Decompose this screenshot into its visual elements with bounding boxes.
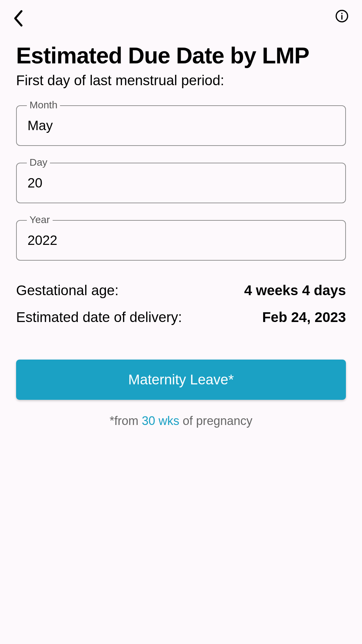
month-input[interactable] xyxy=(16,105,346,146)
year-label: Year xyxy=(27,214,53,225)
content: Estimated Due Date by LMP First day of l… xyxy=(0,42,362,428)
page-title: Estimated Due Date by LMP xyxy=(16,42,346,68)
month-label: Month xyxy=(27,99,60,111)
footnote-prefix: *from xyxy=(110,414,142,428)
day-field-group: Day xyxy=(16,163,346,203)
edd-label: Estimated date of delivery: xyxy=(16,309,182,325)
results: Gestational age: 4 weeks 4 days Estimate… xyxy=(16,282,346,325)
month-field-group: Month xyxy=(16,105,346,146)
gestational-age-row: Gestational age: 4 weeks 4 days xyxy=(16,282,346,299)
subtitle: First day of last menstrual period: xyxy=(16,72,346,89)
footnote: *from 30 wks of pregnancy xyxy=(16,414,346,428)
footnote-highlight[interactable]: 30 wks xyxy=(142,414,179,428)
year-field-group: Year xyxy=(16,220,346,261)
svg-point-1 xyxy=(341,13,343,14)
footnote-suffix: of pregnancy xyxy=(179,414,252,428)
info-icon[interactable] xyxy=(335,9,349,23)
day-input[interactable] xyxy=(16,163,346,203)
edd-value: Feb 24, 2023 xyxy=(262,309,346,325)
year-input[interactable] xyxy=(16,220,346,261)
header xyxy=(0,0,362,32)
gestational-age-value: 4 weeks 4 days xyxy=(244,282,346,299)
day-label: Day xyxy=(27,157,50,168)
back-icon[interactable] xyxy=(13,9,24,23)
maternity-leave-button[interactable]: Maternity Leave* xyxy=(16,360,346,400)
gestational-age-label: Gestational age: xyxy=(16,282,119,299)
edd-row: Estimated date of delivery: Feb 24, 2023 xyxy=(16,309,346,325)
